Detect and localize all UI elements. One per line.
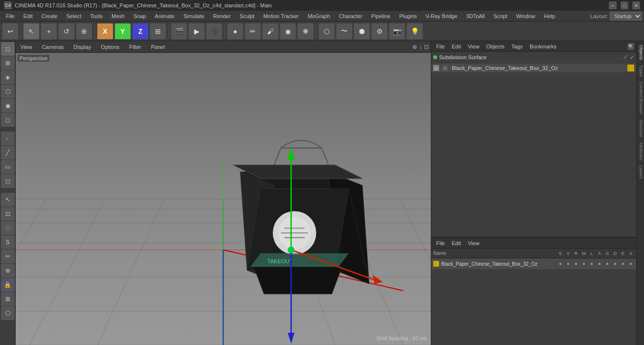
node-button[interactable]: ❋ [297, 23, 314, 40]
y-axis-button[interactable]: Y [114, 23, 131, 40]
search-icon[interactable]: 🔍 [627, 43, 634, 50]
menu-3dtoall[interactable]: 3DToAll [462, 12, 489, 20]
sidebar-grid-btn[interactable]: ⊞ [1, 292, 15, 306]
col-x: X [627, 251, 634, 256]
menu-tools[interactable]: Tools [86, 12, 107, 20]
far-right-tabs: Objects Types Content Browser Structure … [636, 41, 644, 345]
vp-menu-cameras[interactable]: Cameras [39, 43, 67, 51]
transform-button[interactable]: ⊕ [76, 23, 92, 40]
sidebar-obj-btn[interactable]: ◻ [1, 174, 15, 188]
far-tab-structure[interactable]: Structure [638, 117, 644, 139]
menu-help[interactable]: Help [540, 12, 559, 20]
obj-menu-objects[interactable]: Objects [483, 43, 507, 50]
menu-select[interactable]: Select [63, 12, 86, 20]
menu-mesh[interactable]: Mesh [108, 12, 129, 20]
render-view-button[interactable]: ▶ [188, 23, 205, 40]
sidebar-spline-btn[interactable]: ◻ [1, 113, 15, 127]
move-tool-button[interactable]: ↖ [23, 23, 40, 40]
sphere-button[interactable]: ● [227, 23, 244, 40]
obj-menu-bookmarks[interactable]: Bookmarks [527, 43, 559, 50]
sidebar-uv-btn[interactable]: ⊞ [1, 56, 15, 70]
vp-menu-display[interactable]: Display [70, 43, 94, 51]
vp-icon-1[interactable]: ⊕ [412, 44, 417, 50]
spline-button[interactable]: 〜 [336, 23, 353, 40]
sidebar-select2-btn[interactable]: ⊡ [1, 207, 15, 221]
sidebar-knife-btn[interactable]: ✂ [1, 250, 15, 263]
menu-edit[interactable]: Edit [20, 12, 37, 20]
minimize-button[interactable]: ─ [609, 1, 617, 9]
obj-menu-file[interactable]: File [433, 43, 448, 50]
sidebar-lock-btn[interactable]: 🔒 [1, 278, 15, 292]
vp-menu-view[interactable]: View [18, 43, 35, 51]
sidebar-sculpt-btn[interactable]: ◉ [1, 99, 15, 113]
col-d: D [612, 251, 619, 256]
world-button[interactable]: ⊞ [150, 23, 166, 40]
far-tab-layers[interactable]: Layers [638, 163, 644, 181]
menu-character[interactable]: Character [335, 12, 366, 20]
3d-viewport[interactable]: Perspective Grid Spacing : 10 cm [16, 53, 431, 345]
attr-menu-edit[interactable]: Edit [449, 239, 464, 247]
menu-file[interactable]: File [2, 12, 19, 20]
far-tab-content[interactable]: Content Browser [638, 80, 644, 116]
close-button[interactable]: ✕ [632, 1, 640, 9]
menu-plugins[interactable]: Plugins [395, 12, 421, 20]
attr-menu-file[interactable]: File [433, 239, 448, 247]
render-button[interactable]: 🎥 [206, 23, 222, 40]
menu-pipeline[interactable]: Pipeline [367, 12, 394, 20]
menu-sculpt[interactable]: Sculpt [236, 12, 259, 20]
subdiv-check2: ✓ [630, 54, 634, 61]
vp-menu-filter[interactable]: Filter [126, 43, 144, 51]
z-axis-button[interactable]: Z [132, 23, 149, 40]
sidebar-point-btn[interactable]: ◦ [1, 132, 15, 145]
light-button[interactable]: 💡 [406, 23, 423, 40]
sidebar-select1-btn[interactable]: ↖ [1, 193, 15, 207]
menu-create[interactable]: Create [38, 12, 62, 20]
far-tab-objects[interactable]: Objects [638, 43, 644, 62]
object-row[interactable]: L ◻ Black_Paper_Chinese_Takeout_Box_32_O… [431, 64, 636, 72]
sidebar-loop-btn[interactable]: ⊕ [1, 264, 15, 277]
far-tab-attributes[interactable]: Attributes [638, 140, 644, 162]
generator-button[interactable]: ⚙ [371, 23, 388, 40]
menu-snap[interactable]: Snap [130, 12, 150, 20]
camera-button[interactable]: 📷 [389, 23, 405, 40]
obj-menu-edit[interactable]: Edit [449, 43, 464, 50]
menu-mograph[interactable]: MoGraph [304, 12, 334, 20]
vp-icon-2[interactable]: ↓ [419, 44, 422, 50]
menu-animate[interactable]: Animate [151, 12, 178, 20]
x-axis-button[interactable]: X [97, 23, 113, 40]
object-table-row[interactable]: Black_Paper_Chinese_Takeout_Box_32_Oz ● … [431, 258, 636, 269]
vp-menu-options[interactable]: Options [98, 43, 122, 51]
vp-menu-panel[interactable]: Panel [148, 43, 168, 51]
paint-button[interactable]: 🖌 [262, 23, 279, 40]
vp-icon-3[interactable]: ⊡ [424, 44, 429, 50]
object-color-swatch[interactable] [627, 65, 634, 71]
scale-tool-button[interactable]: + [41, 23, 57, 40]
maximize-button[interactable]: □ [621, 1, 628, 9]
deformer-button[interactable]: ⬡ [318, 23, 335, 40]
pen-button[interactable]: ✏ [244, 23, 261, 40]
obj-menu-view[interactable]: View [465, 43, 483, 50]
sidebar-soft-btn[interactable]: ⬡ [1, 306, 15, 320]
menu-motion-tracker[interactable]: Motion Tracker [259, 12, 303, 20]
layout-select[interactable]: Startup [610, 12, 642, 21]
menu-render[interactable]: Render [209, 12, 235, 20]
undo-button[interactable]: ↩ [2, 23, 19, 40]
nurbs-button[interactable]: ⬢ [354, 23, 370, 40]
sidebar-select4-btn[interactable]: S [1, 235, 15, 249]
sidebar-poly-btn[interactable]: ▭ [1, 160, 15, 174]
menu-window[interactable]: Window [512, 12, 539, 20]
sidebar-texture-btn[interactable]: ◈ [1, 70, 15, 84]
attr-menu-view[interactable]: View [465, 239, 483, 247]
obj-menu-tags[interactable]: Tags [509, 43, 526, 50]
material-button[interactable]: ◉ [280, 23, 296, 40]
menu-vray[interactable]: V-Ray Bridge [422, 12, 462, 20]
sidebar-model-btn[interactable]: ◻ [1, 42, 15, 56]
menu-script[interactable]: Script [489, 12, 511, 20]
sidebar-edge-btn[interactable]: ╱ [1, 146, 15, 160]
sidebar-select3-btn[interactable]: ◌ [1, 221, 15, 235]
far-tab-types[interactable]: Types [638, 63, 644, 79]
render-region-button[interactable]: 🎬 [171, 23, 187, 40]
rotate-tool-button[interactable]: ↺ [58, 23, 75, 40]
sidebar-paint-btn[interactable]: ⬡ [1, 85, 15, 98]
menu-simulate[interactable]: Simulate [179, 12, 208, 20]
